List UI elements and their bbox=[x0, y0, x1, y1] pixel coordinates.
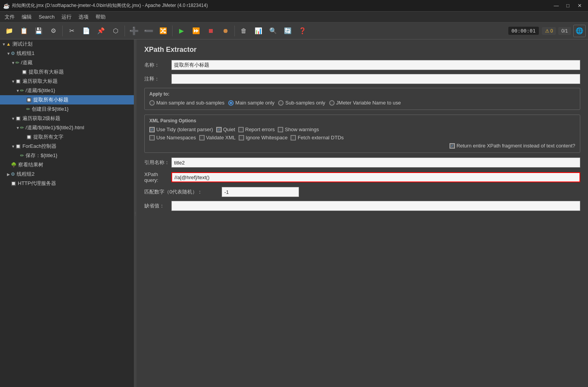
tb-paste[interactable]: 📌 bbox=[94, 24, 108, 38]
cb-box-namespaces bbox=[149, 135, 155, 140]
tb-start[interactable]: ▶ bbox=[174, 24, 188, 38]
cb-quiet[interactable]: Quiet bbox=[216, 127, 235, 132]
tb-clear[interactable]: 🗑 bbox=[237, 24, 251, 38]
menu-run[interactable]: 运行 bbox=[58, 12, 75, 22]
ref-name-input[interactable] bbox=[171, 158, 580, 168]
default-input[interactable] bbox=[171, 201, 580, 211]
tb-save[interactable]: 💾 bbox=[32, 24, 46, 38]
main-layout: ▼ ▲ 测试计划 ▼ ⚙ 线程组1 ▼ ✏ /道藏 🔲 提取所有大标题 ▼ 🔲 … bbox=[0, 39, 588, 387]
tb-reset[interactable]: 🔄 bbox=[281, 24, 295, 38]
maximize-button[interactable]: □ bbox=[562, 2, 573, 10]
cb-box-use-tidy bbox=[149, 127, 155, 132]
arrow-icon: ▼ bbox=[11, 61, 15, 65]
radio-dot-sub-only bbox=[278, 100, 284, 106]
arrow-icon: ▼ bbox=[15, 126, 20, 130]
sidebar-item-view-results[interactable]: 🌳 察看结果树 bbox=[0, 160, 134, 170]
tb-templates[interactable]: 📋 bbox=[17, 24, 31, 38]
radio-jmeter-var[interactable]: JMeter Variable Name to use bbox=[329, 100, 401, 106]
sidebar-item-daozang-title1[interactable]: ▼ ✏ /道藏/${title1} bbox=[0, 86, 134, 95]
sidebar-label-create-dir: 创建目录${title1} bbox=[32, 106, 68, 113]
minimize-button[interactable]: — bbox=[551, 2, 562, 10]
tb-browse[interactable]: 🔀 bbox=[156, 24, 170, 38]
close-button[interactable]: ✕ bbox=[574, 2, 585, 10]
window-controls: — □ ✕ bbox=[551, 2, 585, 10]
name-input[interactable] bbox=[171, 60, 580, 70]
ref-name-row: 引用名称： bbox=[144, 158, 580, 168]
sidebar-item-extract-text[interactable]: 🔲 提取所有文字 bbox=[0, 132, 134, 142]
tb-copy[interactable]: 📄 bbox=[79, 24, 93, 38]
sidebar-item-save-title1[interactable]: ✏ 保存：${title1} bbox=[0, 151, 134, 160]
cb-label-validate-xml: Validate XML bbox=[206, 135, 236, 140]
match-input[interactable] bbox=[222, 187, 299, 197]
cb-report-errors[interactable]: Report errors bbox=[238, 127, 275, 132]
ctrl-icon: 🔲 bbox=[15, 79, 21, 84]
arrow-icon: ▼ bbox=[11, 144, 15, 149]
sidebar-label-daozang-title1: /道藏/${title1} bbox=[26, 87, 55, 94]
cb-label-fetch-dtds: Fetch external DTDs bbox=[297, 135, 344, 140]
default-label: 缺省值： bbox=[144, 202, 171, 209]
tb-settings[interactable]: ⚙ bbox=[46, 24, 60, 38]
radio-main-and-sub[interactable]: Main sample and sub-samples bbox=[149, 100, 224, 106]
sidebar-label-test-plan: 测试计划 bbox=[12, 41, 32, 48]
radio-sub-only[interactable]: Sub-samples only bbox=[278, 100, 325, 106]
cb-return-entire[interactable]: Return entire XPath fragment instead of … bbox=[450, 143, 575, 149]
tb-clear-all[interactable]: 📊 bbox=[251, 24, 265, 38]
extractor3-icon: 🔲 bbox=[26, 135, 32, 140]
menu-options[interactable]: 选项 bbox=[75, 12, 92, 22]
sidebar-item-daozang-title2[interactable]: ▼ ✏ /道藏/${title1}/${title2}.html bbox=[0, 123, 134, 132]
sidebar-item-traverse-level2[interactable]: ▼ 🔲 遍历获取2级标题 bbox=[0, 114, 134, 123]
globe-button[interactable]: 🌐 bbox=[573, 25, 586, 37]
sidebar-item-create-dir[interactable]: ✏ 创建目录${title1} bbox=[0, 104, 134, 114]
cb-box-show-warnings bbox=[278, 127, 283, 132]
comment-input[interactable] bbox=[171, 74, 580, 84]
cb-namespaces[interactable]: Use Namespaces bbox=[149, 135, 196, 140]
menu-search[interactable]: Search bbox=[36, 13, 58, 21]
tb-open[interactable]: 📁 bbox=[2, 24, 16, 38]
cb-box-quiet bbox=[216, 127, 222, 132]
tb-search[interactable]: 🔍 bbox=[266, 24, 280, 38]
radio-label-main-only: Main sample only bbox=[235, 100, 274, 106]
tb-start-no-pause[interactable]: ⏩ bbox=[189, 24, 203, 38]
tb-add[interactable]: ➕ bbox=[127, 24, 141, 38]
ctrl2-icon: 🔲 bbox=[15, 116, 21, 121]
name-row: 名称： bbox=[144, 60, 580, 70]
cb-box-ignore-whitespace bbox=[239, 135, 244, 140]
sampler4-icon: ✏ bbox=[20, 125, 24, 130]
cb-use-tidy[interactable]: Use Tidy (tolerant parser) bbox=[149, 127, 213, 132]
tb-stop[interactable]: ⏹ bbox=[204, 24, 218, 38]
xpath-input[interactable] bbox=[171, 172, 580, 182]
menu-help[interactable]: 帮助 bbox=[92, 12, 109, 22]
sampler3-icon: ✏ bbox=[26, 106, 30, 112]
cb-show-warnings[interactable]: Show warnings bbox=[278, 127, 319, 132]
tb-cut[interactable]: ✂ bbox=[65, 24, 79, 38]
menu-file[interactable]: 文件 bbox=[2, 12, 18, 22]
sampler-icon: ✏ bbox=[15, 60, 19, 65]
tb-remove[interactable]: ➖ bbox=[142, 24, 156, 38]
tb-expand[interactable]: ⬡ bbox=[109, 24, 123, 38]
sidebar-item-test-plan[interactable]: ▼ ▲ 测试计划 bbox=[0, 39, 134, 49]
tb-help[interactable]: ❓ bbox=[296, 24, 309, 38]
sidebar-item-extract-big[interactable]: 🔲 提取所有大标题 bbox=[0, 67, 134, 77]
radio-main-only[interactable]: Main sample only bbox=[228, 100, 274, 106]
sidebar-item-dao-zang[interactable]: ▼ ✏ /道藏 bbox=[0, 58, 134, 67]
sidebar-label-view-results: 察看结果树 bbox=[18, 161, 43, 168]
sidebar-label-daozang: /道藏 bbox=[21, 59, 32, 66]
menu-edit[interactable]: 编辑 bbox=[19, 12, 35, 22]
cb-label-use-tidy: Use Tidy (tolerant parser) bbox=[156, 127, 213, 132]
sidebar-item-thread-group1[interactable]: ▼ ⚙ 线程组1 bbox=[0, 49, 134, 58]
apply-to-group: Apply to: Main sample and sub-samples Ma… bbox=[144, 88, 580, 110]
sidebar-item-foreach[interactable]: ▼ 🔲 ForEach控制器 bbox=[0, 142, 134, 151]
cb-ignore-whitespace[interactable]: Ignore Whitespace bbox=[239, 135, 287, 140]
tb-sep1 bbox=[62, 26, 63, 36]
proxy-icon: 🔲 bbox=[11, 181, 16, 186]
cb-validate-xml[interactable]: Validate XML bbox=[199, 135, 236, 140]
timer-display: 00:00:01 bbox=[508, 27, 539, 35]
sidebar-item-http-proxy[interactable]: 🔲 HTTP代理服务器 bbox=[0, 179, 134, 188]
sidebar-item-extract-small[interactable]: 🔲 提取所有小标题 bbox=[0, 95, 134, 104]
tb-sep4 bbox=[234, 26, 235, 36]
sidebar-label-http-proxy: HTTP代理服务器 bbox=[18, 180, 56, 187]
sidebar-item-thread-group2[interactable]: ▶ ⚙ 线程组2 bbox=[0, 170, 134, 179]
tb-shutdown[interactable]: ⏺ bbox=[219, 24, 232, 38]
cb-fetch-dtds[interactable]: Fetch external DTDs bbox=[291, 135, 344, 140]
sidebar-item-traverse-big[interactable]: ▼ 🔲 遍历获取大标题 bbox=[0, 77, 134, 86]
